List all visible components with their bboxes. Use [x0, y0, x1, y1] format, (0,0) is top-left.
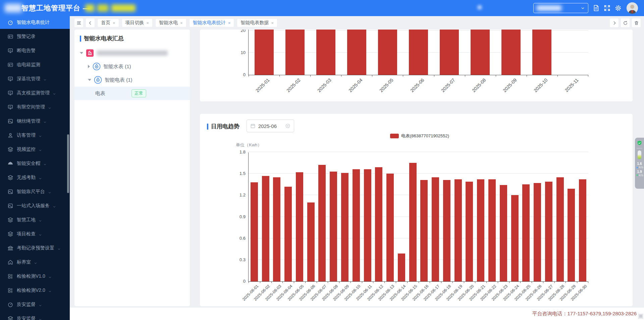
sidebar-item-2[interactable]: 断电告警 [0, 44, 70, 57]
sidebar-item-14[interactable]: 智慧工地 [0, 214, 70, 226]
tab-close-icon[interactable]: × [113, 20, 115, 26]
x-axis-tick [294, 281, 294, 283]
bar-2025-02[interactable] [285, 30, 305, 75]
bar-2025-06-11[interactable] [364, 169, 371, 281]
sidebar-item-13[interactable]: 一站式入场服务 [0, 199, 70, 212]
caret-down-icon[interactable] [80, 52, 83, 54]
sidebar-item-11[interactable]: 无感考勤 [0, 171, 70, 184]
bar-2025-06-16[interactable] [420, 180, 428, 281]
close-all-tabs-trash-icon[interactable] [632, 18, 641, 27]
settings-gear-icon[interactable] [614, 4, 622, 12]
bar-2025-06-10[interactable] [353, 169, 360, 281]
caret-right-icon[interactable] [88, 65, 90, 68]
monthly-usage-chart[interactable]: 102002025-012025-022025-032025-042025-05… [248, 30, 588, 75]
tabs-scroll-right-icon[interactable] [610, 18, 619, 27]
tree-node-water-meters[interactable]: 智能水表 (1) [74, 60, 190, 73]
sidebar-item-18[interactable]: 检验检测V1.0 [0, 270, 70, 283]
sidebar-item-16[interactable]: 考勤记录预警设置 [0, 242, 70, 255]
sidebar-item-21[interactable]: 质安监督 [0, 312, 70, 320]
bar-2025-06-18[interactable] [443, 180, 450, 281]
sidebar-item-3[interactable]: 临电箱监测 [0, 58, 70, 71]
sidebar-item-19[interactable]: 检验检测V2.0 [0, 284, 70, 297]
bar-2025-06-20[interactable] [466, 182, 473, 281]
user-avatar[interactable] [627, 2, 638, 14]
bar-2025-06-21[interactable] [477, 179, 484, 281]
fullscreen-icon[interactable] [603, 4, 611, 12]
tab-2[interactable]: 智能水电× [155, 18, 186, 27]
bar-2025-06-03[interactable] [273, 177, 280, 281]
bar-2025-06-15[interactable] [409, 163, 417, 281]
tree-node-meter-selected[interactable]: 电表 正常 [74, 87, 190, 100]
caret-down-icon[interactable] [88, 79, 91, 81]
tree-node-project[interactable] [74, 46, 190, 60]
tabs-scroll-left-icon[interactable] [86, 18, 95, 27]
bar-2025-08[interactable] [471, 30, 490, 75]
bar-2025-06-07[interactable] [318, 165, 326, 281]
bar-2025-06-27[interactable] [545, 182, 552, 281]
sidebar-item-12[interactable]: 智能靠尺平台 [0, 185, 70, 198]
net-speed-widget[interactable]: 1.6 ▲K/s 1.9 ▼K/s [635, 138, 644, 189]
bar-2025-06-30[interactable] [579, 179, 586, 281]
tab-close-icon[interactable]: × [271, 20, 274, 26]
bar-2025-06-13[interactable] [386, 174, 394, 281]
tab-0[interactable]: 首页× [97, 18, 119, 27]
bar-2025-06-14[interactable] [398, 254, 405, 281]
sidebar-item-15[interactable]: 项目检查 [0, 228, 70, 240]
document-icon[interactable] [592, 4, 600, 12]
bar-2025-07[interactable] [440, 30, 459, 75]
bar-2025-06[interactable] [409, 30, 428, 75]
bar-2025-06-25[interactable] [522, 184, 530, 281]
bar-2025-09[interactable] [501, 30, 521, 75]
menu-collapse-icon[interactable] [74, 18, 83, 27]
bar-2025-06-24[interactable] [511, 195, 519, 281]
bar-2025-06-28[interactable] [556, 177, 564, 281]
tab-close-icon[interactable]: × [180, 20, 183, 26]
sidebar-scrollbar[interactable] [67, 134, 69, 193]
daily-usage-chart[interactable]: 0.30.60.91.21.51.802025-06-012025-06-022… [248, 152, 588, 282]
tab-4[interactable]: 智能电表数据× [237, 18, 277, 27]
month-picker[interactable]: 2025-06 [247, 120, 294, 132]
sidebar-item-8[interactable]: 访客管理 [0, 129, 70, 142]
tree-panel-title: 智能水电表汇总 [74, 30, 190, 42]
tab-3[interactable]: 智能水电表统计× [189, 18, 234, 27]
bar-2025-06-22[interactable] [488, 179, 496, 281]
bar-2025-04[interactable] [347, 30, 366, 75]
sidebar-item-9[interactable]: 视频监控 [0, 143, 70, 156]
bar-2025-06-05[interactable] [296, 172, 303, 281]
sidebar-item-4[interactable]: 深基坑管理 [0, 73, 70, 85]
bar-2025-10[interactable] [532, 30, 551, 75]
bar-2025-06-09[interactable] [341, 173, 348, 281]
sidebar-item-5[interactable]: 高支模监测管理 [0, 87, 70, 99]
sidebar-item-1[interactable]: 预警记录 [0, 30, 70, 43]
bar-2025-05[interactable] [378, 30, 397, 75]
bar-2025-06-04[interactable] [284, 187, 292, 281]
refresh-icon[interactable] [621, 18, 630, 27]
bar-2025-06-17[interactable] [432, 177, 439, 281]
bar-2025-06-01[interactable] [251, 182, 258, 281]
security-shield-icon [637, 140, 642, 146]
sidebar-item-7[interactable]: 钢丝绳管理 [0, 115, 70, 128]
project-selector[interactable] [533, 3, 588, 13]
bar-2025-03[interactable] [316, 30, 335, 75]
sidebar-item-0[interactable]: 智能水电表统计 [0, 16, 70, 29]
layers-icon [7, 146, 13, 152]
bar-2025-01[interactable] [255, 30, 274, 75]
bar-2025-06-12[interactable] [375, 167, 382, 281]
bar-2025-06-02[interactable] [262, 176, 269, 281]
bar-2025-06-19[interactable] [454, 179, 462, 281]
sidebar-item-20[interactable]: 质安监督 [0, 298, 70, 311]
sidebar-item-17[interactable]: 标养室 [0, 256, 70, 269]
tab-1[interactable]: 项目切换× [122, 18, 153, 27]
tab-close-icon[interactable]: × [147, 20, 149, 26]
chart-legend[interactable]: 电表(863877071902552) [390, 133, 449, 139]
clear-date-icon[interactable] [285, 123, 290, 129]
bar-2025-06-23[interactable] [500, 185, 507, 281]
bar-2025-06-26[interactable] [534, 183, 541, 281]
tree-node-electric-meters[interactable]: 智能电表 (1) [74, 73, 190, 87]
tab-close-icon[interactable]: × [228, 20, 231, 26]
bar-2025-06-06[interactable] [307, 202, 315, 281]
bar-2025-06-08[interactable] [330, 172, 337, 281]
sidebar-item-10[interactable]: 智能安全帽 [0, 157, 70, 170]
bar-2025-06-29[interactable] [568, 189, 575, 281]
sidebar-item-6[interactable]: 有限空间管理 [0, 101, 70, 113]
